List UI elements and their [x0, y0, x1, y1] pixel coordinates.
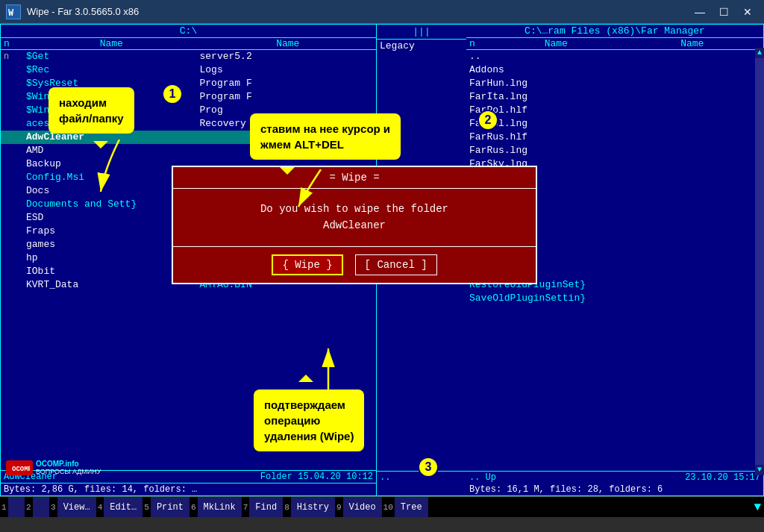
fkey-9[interactable]: 9 Video — [335, 497, 382, 517]
left-panel-path: C:\ — [1, 25, 376, 38]
left-col-n-header: n — [1, 38, 23, 49]
tooltip-3-text: подтверждаемоперациюудаления (Wipe) — [264, 398, 354, 442]
far-manager-main: C:\ n Name Name n $Get server5.2 — [0, 24, 764, 496]
dialog-message2: AdwCleaner — [185, 217, 524, 234]
right-panel-footer1: .. Up 23.10.20 15:17 — [466, 471, 763, 484]
close-button[interactable]: ✕ — [737, 4, 758, 20]
wipe-dialog: = Wipe = Do you wish to wipe the folder … — [172, 166, 537, 284]
fkey-4[interactable]: 4 Edit… — [96, 497, 143, 517]
left-col-name2-header: Name — [200, 38, 377, 49]
fkey-10[interactable]: 10 Tree — [382, 497, 428, 517]
scroll-down-arrow[interactable]: ▼ — [755, 465, 764, 475]
app-icon: W — [6, 4, 21, 19]
left-col-name1-header: Name — [23, 38, 200, 49]
function-keys-bar: 1 2 3 View… 4 Edit… 5 Print 6 MkLink 7 F… — [0, 496, 764, 517]
tooltip-1-text: находимфайл/папку — [59, 96, 124, 125]
ocomp-subtitle: ВОПРОСЫ АДМИНУ — [36, 468, 101, 475]
dialog-buttons: { Wipe } [ Cancel ] — [173, 246, 536, 283]
right-panel-header: n Name Name — [466, 38, 763, 50]
center-footer2 — [377, 484, 466, 495]
scroll-up-arrow[interactable]: ▲ — [755, 48, 764, 58]
tooltip-2-text: ставим на нее курсор ижмем ALT+DEL — [260, 122, 390, 151]
fkey-7[interactable]: 7 Find — [242, 497, 283, 517]
list-item[interactable]: $Rec Logs — [1, 63, 376, 77]
fkey-8[interactable]: 8 Histry — [283, 497, 335, 517]
right-panel-footer2: Bytes: 16,1 M, files: 28, folders: 6 — [466, 484, 763, 495]
list-item[interactable]: FarRus.lng — [469, 144, 760, 157]
fkey-6[interactable]: 6 MkLink — [190, 497, 242, 517]
tooltip-1: находимфайл/папку — [48, 87, 134, 134]
fkey-1[interactable]: 1 — [0, 497, 25, 517]
tooltip-number-2: 2 — [478, 110, 498, 131]
dialog-body: Do you wish to wipe the folder AdwCleane… — [173, 189, 536, 246]
title-bar-left: W Wipe - Far 3.0.5665.0 x86 — [6, 4, 139, 19]
ocomp-logo: OCOMP OCOMP.info ВОПРОСЫ АДМИНУ — [6, 460, 101, 475]
tooltip-number-3: 3 — [418, 457, 439, 478]
scroll-down-button[interactable]: ▼ — [754, 501, 764, 514]
fkey-3[interactable]: 3 View… — [49, 497, 96, 517]
svg-text:W: W — [8, 8, 14, 19]
fkey-2[interactable]: 2 — [25, 497, 49, 517]
list-item[interactable]: FarRus.hlf — [469, 131, 760, 144]
list-item[interactable]: Legacy — [380, 40, 463, 53]
ocomp-name: OCOMP.info — [36, 460, 101, 468]
window-title: Wipe - Far 3.0.5665.0 x86 — [27, 6, 139, 17]
list-item[interactable]: FarPol.hlf — [469, 104, 760, 117]
scrollbar[interactable]: ▲ ▼ — [755, 48, 764, 475]
left-panel-footer2: Bytes: 2,86 G, files: 14, folders: … — [1, 483, 376, 495]
title-controls: — ☐ ✕ — [689, 4, 758, 20]
dialog-title: = Wipe = — [173, 167, 536, 189]
cancel-button[interactable]: [ Cancel ] — [355, 254, 437, 275]
title-bar: W Wipe - Far 3.0.5665.0 x86 — ☐ ✕ — [0, 0, 764, 24]
fkey-5[interactable]: 5 Print — [143, 497, 190, 517]
list-item[interactable]: FarPol.lng — [469, 117, 760, 131]
maximize-button[interactable]: ☐ — [713, 4, 734, 20]
minimize-button[interactable]: — — [689, 4, 710, 20]
wipe-button[interactable]: { Wipe } — [272, 254, 342, 275]
tooltip-2: ставим на нее курсор ижмем ALT+DEL — [250, 113, 401, 160]
list-item[interactable]: .. — [469, 50, 760, 63]
tooltip-3: подтверждаемоперациюудаления (Wipe) — [254, 389, 364, 451]
list-item[interactable]: n $Get server5.2 — [1, 50, 376, 63]
tooltip-number-1: 1 — [162, 84, 183, 104]
list-item[interactable]: FarHun.lng — [469, 77, 760, 90]
right-panel-path: C:\…ram Files (x86)\Far Manager — [466, 25, 763, 38]
svg-text:OCOMP: OCOMP — [12, 466, 30, 473]
list-item[interactable]: SaveOldPluginSettin} — [469, 292, 760, 305]
list-item[interactable]: FarIta.lng — [469, 90, 760, 104]
list-item[interactable]: Addons — [469, 63, 760, 77]
dialog-message1: Do you wish to wipe the folder — [185, 201, 524, 217]
scroll-track[interactable] — [755, 58, 764, 465]
